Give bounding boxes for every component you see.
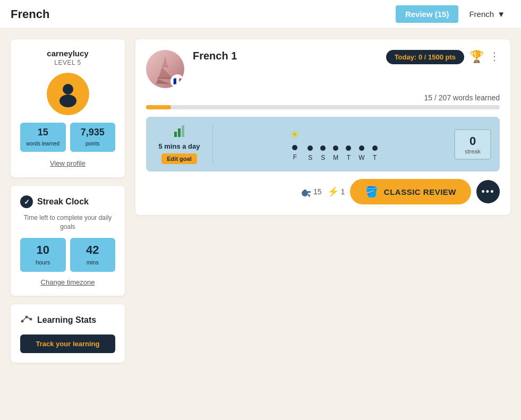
course-header: 🇫🇷 French 1 Today: 0 / 1500 pts 🏆 ⋮ <box>146 50 500 88</box>
day-dot <box>372 145 378 151</box>
svg-point-0 <box>63 84 73 95</box>
day-col-s1: S <box>308 127 313 161</box>
content-area: 🇫🇷 French 1 Today: 0 / 1500 pts 🏆 ⋮ 15 /… <box>135 39 510 215</box>
chevron-down-icon: ▼ <box>497 10 505 19</box>
watering-can-btn-icon: 🪣 <box>365 185 379 198</box>
day-label: T <box>373 154 377 161</box>
review-button[interactable]: Review (15) <box>396 5 459 23</box>
course-flag: 🇫🇷 <box>146 50 184 88</box>
stats-icon <box>20 314 33 327</box>
words-learned-stat: 15 words learned <box>20 123 66 152</box>
svg-line-5 <box>22 317 27 321</box>
words-learned-num: 15 <box>22 127 64 138</box>
lang-label: French <box>469 10 494 19</box>
bolt-icon: ⚡ <box>327 186 339 198</box>
day-label: M <box>333 154 338 161</box>
points-label: points <box>86 141 100 147</box>
streak-clock-card: ✓ Streak Clock Time left to complete you… <box>11 186 125 296</box>
day-dot <box>346 145 351 151</box>
water-count: 15 <box>313 187 322 196</box>
course-right: Today: 0 / 1500 pts 🏆 ⋮ <box>386 50 500 64</box>
action-row: 15 ⚡ 1 🪣 CLASSIC REVIEW ••• <box>146 179 500 204</box>
svg-rect-16 <box>308 191 311 193</box>
streak-clock-label: Streak Clock <box>37 197 89 207</box>
sidebar: carneylucy LEVEL 5 15 words learned 7,93… <box>11 39 125 363</box>
ellipsis-icon: ••• <box>482 186 495 198</box>
day-label: F <box>293 153 297 161</box>
bar-chart-icon <box>172 124 187 140</box>
change-timezone-link[interactable]: Change timezone <box>20 278 115 286</box>
water-drop-count: 15 <box>301 186 322 198</box>
streak-clock-title: ✓ Streak Clock <box>20 195 115 208</box>
avatar <box>47 73 89 115</box>
hours-box: 10 hours <box>20 238 66 272</box>
avatar-wrap <box>20 73 115 115</box>
day-label: S <box>321 154 325 161</box>
person-icon <box>55 81 81 107</box>
course-title: French 1 <box>193 50 378 62</box>
day-col-s2: S <box>320 127 326 161</box>
goal-text: 5 mins a day <box>158 142 200 150</box>
mins-box: 42 mins <box>70 238 116 272</box>
france-flag-icon: 🇫🇷 <box>170 74 184 88</box>
progress-bar-fill <box>146 105 171 109</box>
svg-rect-8 <box>162 65 168 67</box>
day-label: W <box>358 154 364 161</box>
svg-rect-13 <box>178 128 181 137</box>
checkmark-icon: ✓ <box>20 195 33 208</box>
activity-section: 5 mins a day Edit goal ☀ F S <box>146 117 500 172</box>
points-stat: 7,935 points <box>70 123 116 152</box>
today-badge: Today: 0 / 1500 pts <box>386 50 464 64</box>
main-layout: carneylucy LEVEL 5 15 words learned 7,93… <box>0 29 521 373</box>
view-profile-link[interactable]: View profile <box>50 159 86 167</box>
svg-point-1 <box>59 95 76 107</box>
streak-label: streak <box>462 148 484 155</box>
page-title: French <box>11 7 396 21</box>
learning-stats-card: Learning Stats Track your learning <box>11 304 125 363</box>
mins-num: 42 <box>72 243 114 257</box>
day-dot <box>292 145 297 150</box>
day-dot <box>308 145 313 151</box>
course-info: French 1 <box>193 50 378 65</box>
svg-marker-9 <box>159 67 172 77</box>
time-boxes: 10 hours 42 mins <box>20 238 115 272</box>
day-label: T <box>347 154 351 161</box>
day-dot-active <box>333 145 338 151</box>
words-learned-label: words learned <box>26 141 59 147</box>
header: French Review (15) French ▼ <box>0 0 521 29</box>
streak-clock-subtitle: Time left to complete your daily goals <box>20 213 115 232</box>
header-more-icon[interactable]: ⋮ <box>489 50 500 63</box>
stats-graph-icon <box>20 314 33 324</box>
bolt-number: 1 <box>341 187 345 196</box>
profile-username: carneylucy <box>20 49 115 58</box>
goal-chart-icon <box>172 124 187 137</box>
svg-rect-12 <box>174 132 177 137</box>
day-col-w: W <box>358 127 364 161</box>
trophy-icon[interactable]: 🏆 <box>469 50 484 64</box>
day-dot <box>320 145 326 151</box>
course-card: 🇫🇷 French 1 Today: 0 / 1500 pts 🏆 ⋮ 15 /… <box>135 39 510 215</box>
points-num: 7,935 <box>72 127 114 138</box>
track-learning-button[interactable]: Track your learning <box>20 335 115 353</box>
progress-bar <box>146 105 500 109</box>
more-options-button[interactable]: ••• <box>476 180 500 203</box>
classic-review-button[interactable]: 🪣 CLASSIC REVIEW <box>350 179 471 204</box>
classic-review-label: CLASSIC REVIEW <box>384 187 456 196</box>
learning-stats-title: Learning Stats <box>20 314 115 327</box>
edit-goal-button[interactable]: Edit goal <box>161 153 197 164</box>
hours-num: 10 <box>22 243 64 257</box>
streak-number: 0 <box>462 134 484 148</box>
hours-label: hours <box>36 259 50 265</box>
profile-level: LEVEL 5 <box>20 59 115 66</box>
profile-stats: 15 words learned 7,935 points <box>20 123 115 152</box>
days-section: ☀ F S S <box>213 127 454 161</box>
svg-rect-14 <box>182 125 184 137</box>
svg-rect-17 <box>304 190 306 192</box>
goal-block: 5 mins a day Edit goal <box>155 124 213 164</box>
day-dot <box>359 145 364 151</box>
day-col-m: M <box>333 127 338 161</box>
words-learned-text: 15 / 207 words learned <box>146 93 500 102</box>
language-selector[interactable]: French ▼ <box>464 6 510 22</box>
svg-marker-7 <box>163 56 167 65</box>
day-col-t1: T <box>346 127 351 161</box>
